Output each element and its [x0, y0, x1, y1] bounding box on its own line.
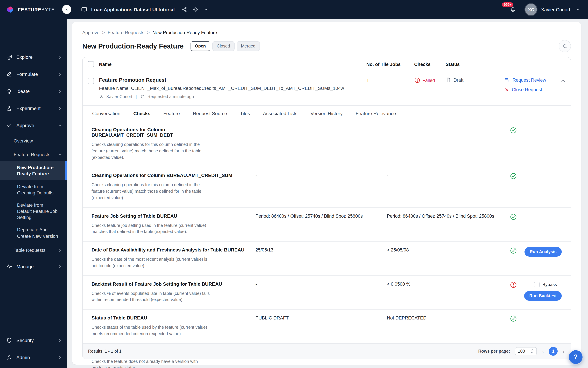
select-stepper-icon	[530, 349, 534, 354]
check-description: Checks the date of the most recent analy…	[91, 256, 214, 269]
workspace-monitor-icon	[81, 6, 87, 13]
workspace-name[interactable]: Loan Applications Dataset UI tutorial	[91, 7, 175, 12]
sidebar-item-security[interactable]: Security	[0, 332, 67, 349]
sidebar-item-label: Overview	[14, 138, 33, 143]
check-row: Feature Job Setting of Table BUREAU Chec…	[83, 208, 570, 242]
sidebar-item-manage[interactable]: Manage	[0, 258, 67, 275]
pagination-page-1[interactable]: 1	[549, 347, 558, 356]
sidebar-item-explore[interactable]: Explore	[0, 48, 67, 66]
column-header-checks: Checks	[414, 62, 445, 67]
check-description: Checks the feature does not already have…	[91, 358, 214, 368]
tab-request-source[interactable]: Request Source	[192, 106, 228, 121]
filter-merged[interactable]: Merged	[236, 41, 260, 51]
search-button[interactable]	[559, 40, 571, 52]
sidebar-item-label: Manage	[16, 264, 34, 269]
sidebar-item-deprecate-and-create-new-version[interactable]: Deprecate And Create New Version	[0, 224, 67, 243]
filter-closed[interactable]: Closed	[212, 41, 234, 51]
person-gear-icon	[6, 354, 12, 360]
checks-list: Cleaning Operations for Column BUREAU.AM…	[83, 121, 570, 343]
close-request-label: Close Request	[512, 87, 542, 92]
user-menu-button[interactable]	[574, 6, 582, 13]
pagination: ‹ 1 ›	[541, 347, 565, 356]
breadcrumb-approve[interactable]: Approve	[82, 30, 99, 35]
check-description: Checks feature job setting used in the f…	[91, 222, 214, 235]
tab-feature-relevance[interactable]: Feature Relevance	[355, 106, 397, 121]
breadcrumb-feature-requests[interactable]: Feature Requests	[107, 30, 144, 35]
bypass-checkbox[interactable]	[534, 282, 540, 287]
breadcrumb: Approve > Feature Requests > New Product…	[82, 30, 571, 35]
checks-status-label: Failed	[422, 78, 435, 83]
sidebar-item-formulate[interactable]: Formulate	[0, 66, 67, 83]
chevron-up-icon	[560, 78, 566, 84]
check-current-value: -	[255, 173, 387, 178]
check-expected-value: -	[387, 173, 510, 178]
rows-per-page-select[interactable]: 100	[515, 347, 537, 355]
check-current-value: Period: 86400s / Offset: 25740s / Blind …	[255, 213, 387, 219]
sidebar-item-label: Ideate	[16, 89, 30, 94]
tab-conversation[interactable]: Conversation	[91, 106, 121, 121]
check-current-value: PUBLIC DRAFT	[255, 315, 387, 321]
run-backtest-button[interactable]: Run Backtest	[524, 291, 562, 301]
rows-per-page-value: 100	[518, 349, 525, 354]
alert-circle-icon	[510, 281, 530, 288]
sidebar-item-experiment[interactable]: Experiment	[0, 100, 67, 117]
sidebar-item-label: Deviate from Cleaning Defaults	[17, 184, 59, 196]
ideate-icon	[6, 88, 12, 94]
request-review-link[interactable]: Request Review	[504, 77, 556, 83]
sidebar-item-approve[interactable]: Approve	[0, 117, 67, 134]
tab-checks[interactable]: Checks	[133, 106, 151, 121]
tab-associated-lists[interactable]: Associated Lists	[262, 106, 298, 121]
row-checkbox[interactable]	[88, 78, 94, 84]
column-header-status: Status	[445, 62, 504, 67]
review-list-icon	[504, 77, 510, 83]
workspace-dropdown-button[interactable]	[202, 6, 209, 13]
sidebar-collapse-button[interactable]: ‹	[62, 5, 71, 14]
check-description: Checks cleaning operations for this colu…	[91, 141, 214, 161]
requests-table: Name No. of Tile Jobs Checks Status Feat…	[82, 57, 571, 359]
check-row: Cleaning Operations for Column BUREAU.AM…	[83, 121, 570, 167]
sidebar-item-new-production-ready-feature[interactable]: New Production-Ready Feature	[0, 161, 67, 180]
workspace-settings-button[interactable]	[191, 5, 199, 14]
check-description: Checks status of the table used by the f…	[91, 324, 214, 337]
sidebar-item-feature-requests[interactable]: Feature Requests	[0, 147, 67, 161]
help-button[interactable]: ?	[569, 350, 583, 364]
filter-open[interactable]: Open	[190, 41, 210, 51]
document-icon	[445, 77, 451, 83]
close-request-link[interactable]: Close Request	[504, 87, 556, 92]
avatar[interactable]: XC	[525, 4, 537, 15]
select-all-checkbox[interactable]	[88, 61, 94, 67]
pagination-prev-icon[interactable]: ‹	[541, 348, 545, 354]
tab-feature[interactable]: Feature	[163, 106, 181, 121]
tab-tiles[interactable]: Tiles	[239, 106, 251, 121]
chevron-right-icon	[57, 355, 62, 360]
check-row: Status of Table BUREAU Checks status of …	[83, 310, 570, 344]
check-expected-value: Not DEPRECATED	[387, 315, 510, 321]
pagination-next-icon[interactable]: ›	[562, 348, 565, 354]
sidebar-item-ideate[interactable]: Ideate	[0, 83, 67, 100]
row-collapse-button[interactable]	[556, 77, 570, 84]
check-expected-value: -	[387, 127, 510, 132]
sidebar-item-deviate-from-cleaning-defaults[interactable]: Deviate from Cleaning Defaults	[0, 180, 67, 200]
chevron-down-icon	[57, 123, 62, 128]
sidebar-item-table-requests[interactable]: Table Requests	[0, 243, 67, 258]
run-analysis-button[interactable]: Run Analysis	[525, 247, 562, 257]
check-row: Cleaning Operations for Column BUREAU.AM…	[83, 167, 570, 208]
state-filter: Open Closed Merged	[190, 41, 260, 51]
featurebyte-logo[interactable]: FEATUREBYTE	[0, 0, 67, 19]
share-button[interactable]	[180, 5, 188, 14]
check-title: Backtest Result of Feature Job Setting f…	[91, 281, 255, 286]
search-icon	[562, 43, 568, 49]
requester-name: Xavier Conort	[106, 94, 132, 99]
tab-version-history[interactable]: Version History	[310, 106, 343, 121]
sidebar-item-overview[interactable]: Overview	[0, 134, 67, 147]
explore-icon	[6, 54, 12, 60]
close-x-icon	[504, 87, 509, 92]
sidebar-item-deviate-from-default-feature-job-setting[interactable]: Deviate from Default Feature Job Setting	[0, 200, 67, 224]
check-description: Checks % of events populated late in tab…	[91, 290, 214, 303]
sidebar-item-admin[interactable]: Admin	[0, 349, 67, 366]
check-circle-icon	[510, 127, 530, 134]
formulate-icon	[6, 71, 12, 77]
request-feature-name: Feature Name: CLIENT_Max_of_BureauReport…	[99, 86, 366, 91]
shield-icon	[6, 337, 12, 343]
status-label: Draft	[454, 77, 463, 83]
